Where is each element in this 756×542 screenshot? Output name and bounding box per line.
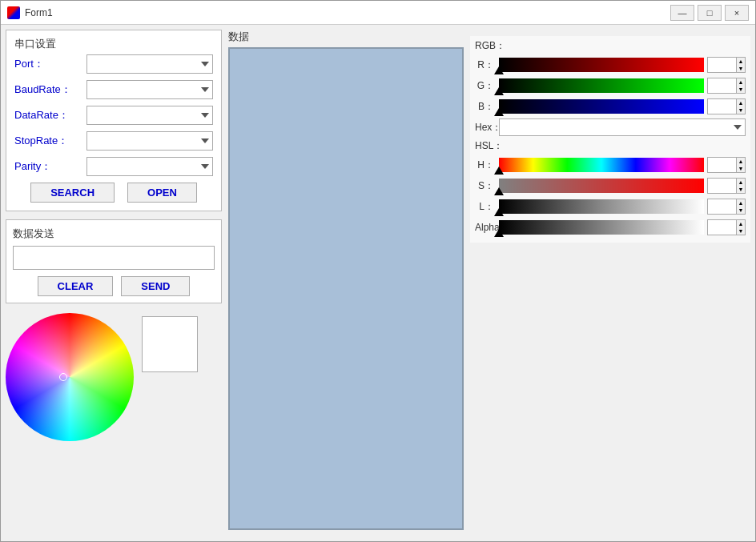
b-spinbox-input[interactable]: 0 [707,98,736,114]
b-spinbox-up[interactable]: ▲ [737,99,745,106]
send-section-title: 数据发送 [13,227,215,241]
g-spinbox-arrows: ▲ ▼ [736,78,746,94]
alpha-slider-track[interactable] [499,220,704,235]
parity-row: Parity： [14,157,213,176]
hex-select[interactable] [499,118,746,136]
l-spinbox-arrows: ▲ ▼ [736,199,746,215]
r-spinbox-up[interactable]: ▲ [737,58,745,65]
s-spinbox-down[interactable]: ▼ [737,186,745,193]
b-spinbox-arrows: ▲ ▼ [736,98,746,114]
svg-rect-6 [499,220,704,235]
r-slider-bg [499,58,704,72]
l-spinbox-input[interactable]: 0 [707,199,736,215]
port-row: Port： [14,54,213,74]
h-slider-thumb [494,167,504,175]
close-button[interactable]: × [725,5,749,21]
s-spinbox-input[interactable]: 0 [707,178,736,194]
color-wheel-area [6,313,222,441]
hex-row: Hex： [475,118,746,136]
alpha-spinbox-up[interactable]: ▲ [737,220,745,227]
g-slider-bg [499,78,704,93]
data-display[interactable] [228,47,464,530]
g-spinbox-down[interactable]: ▼ [737,86,745,93]
l-spinbox: 0 ▲ ▼ [707,199,746,215]
l-slider-track[interactable] [499,199,704,214]
color-wheel[interactable] [6,313,134,441]
datarate-label: DataRate： [14,108,86,122]
rgb-title: RGB： [475,39,746,53]
parity-select[interactable] [86,157,213,176]
b-slider-bg [499,99,704,114]
h-spinbox: 0 ▲ ▼ [707,157,746,173]
g-slider-thumb [494,87,504,95]
maximize-button[interactable]: □ [698,5,722,21]
alpha-slider-thumb [494,229,504,237]
r-slider-track[interactable] [499,58,704,72]
minimize-button[interactable]: — [670,5,694,21]
h-spinbox-down[interactable]: ▼ [737,165,745,172]
b-spinbox: 0 ▲ ▼ [707,98,746,114]
g-slider-track[interactable] [499,78,704,93]
hex-label: Hex： [475,121,499,134]
color-preview[interactable] [142,316,198,372]
stoprate-select[interactable] [86,131,213,151]
g-spinbox-up[interactable]: ▲ [737,78,745,86]
title-bar: Form1 — □ × [1,1,755,25]
svg-rect-2 [499,99,704,114]
b-slider-row: B： 0 ▲ ▼ [475,98,746,115]
main-window: Form1 — □ × 串口设置 Port： BaudRate： DataR [0,0,756,542]
h-spinbox-input[interactable]: 0 [707,157,736,173]
serial-button-row: SEARCH OPEN [14,183,213,203]
svg-rect-4 [499,179,704,193]
color-wheel-cursor [59,373,67,381]
h-slider-track[interactable] [499,158,704,172]
open-button[interactable]: OPEN [127,183,197,203]
alpha-spinbox-down[interactable]: ▼ [737,227,745,235]
h-spinbox-up[interactable]: ▲ [737,158,745,165]
serial-section-title: 串口设置 [14,37,213,51]
send-button[interactable]: SEND [121,276,190,296]
s-slider-track[interactable] [499,179,704,193]
g-spinbox: 0 ▲ ▼ [707,78,746,94]
rgb-section: RGB： R： 0 ▲ ▼ [470,36,750,243]
s-slider-thumb [494,187,504,195]
alpha-spinbox: 0 ▲ ▼ [707,219,746,235]
clear-button[interactable]: CLEAR [38,276,114,296]
s-spinbox-arrows: ▲ ▼ [736,178,746,194]
g-slider-row: G： 0 ▲ ▼ [475,77,746,94]
r-spinbox-down[interactable]: ▼ [737,65,745,72]
window-title: Form1 [25,7,670,18]
r-spinbox-input[interactable]: 0 [707,57,736,73]
send-section: 数据发送 CLEAR SEND [6,219,222,303]
s-slider-bg [499,179,704,193]
port-select[interactable] [86,54,213,74]
g-spinbox-input[interactable]: 0 [707,78,736,94]
h-spinbox-arrows: ▲ ▼ [736,157,746,173]
app-icon [7,6,20,19]
baudrate-select[interactable] [86,80,213,99]
datarate-select[interactable] [86,106,213,125]
b-slider-thumb [494,108,504,116]
main-content: 串口设置 Port： BaudRate： DataRate： StopRate： [1,25,755,541]
s-spinbox: 0 ▲ ▼ [707,178,746,194]
right-panel: RGB： R： 0 ▲ ▼ [470,30,750,536]
l-spinbox-down[interactable]: ▼ [737,207,745,214]
alpha-spinbox-input[interactable]: 0 [707,219,736,235]
l-slider-row: L： 0 ▲ ▼ [475,198,746,215]
parity-label: Parity： [14,159,86,174]
l-spinbox-up[interactable]: ▲ [737,199,745,207]
stoprate-row: StopRate： [14,131,213,151]
b-slider-track[interactable] [499,99,704,114]
s-spinbox-up[interactable]: ▲ [737,179,745,186]
search-button[interactable]: SEARCH [30,183,115,203]
left-panel: 串口设置 Port： BaudRate： DataRate： StopRate： [6,30,222,536]
send-input[interactable] [13,246,215,270]
b-spinbox-down[interactable]: ▼ [737,106,745,114]
middle-panel: 数据 [228,30,464,536]
svg-rect-5 [499,199,704,214]
svg-rect-3 [499,158,704,172]
port-label: Port： [14,57,86,71]
h-slider-bg [499,158,704,172]
stoprate-label: StopRate： [14,134,86,148]
datarate-row: DataRate： [14,106,213,125]
